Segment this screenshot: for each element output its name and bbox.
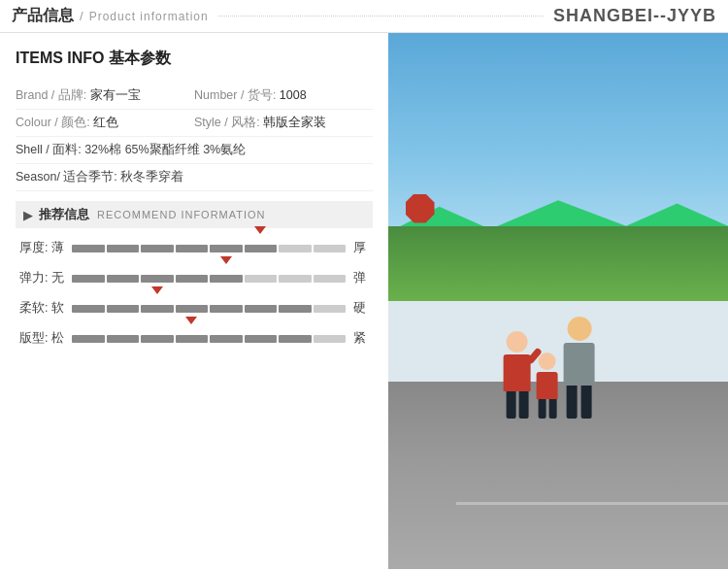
info-row-brand-number: Brand / 品牌: 家有一宝 Number / 货号: 1008 <box>16 83 373 110</box>
number-label: Number / 货号: <box>194 88 280 102</box>
slider-segment-2-1 <box>107 305 140 313</box>
slider-segment-2-7 <box>314 305 347 313</box>
slider-indicator-0 <box>254 226 266 234</box>
slider-label-right-0: 厚 <box>353 240 373 256</box>
header-brand: SHANGBEI--JYYB <box>553 6 716 26</box>
slider-segment-0-7 <box>314 245 347 252</box>
sliders-container: 厚度: 薄厚弹力: 无弹柔软: 软硬版型: 松紧 <box>16 240 373 347</box>
slider-segment-1-0 <box>72 275 105 283</box>
photo <box>388 33 728 569</box>
slider-segment-0-0 <box>72 245 105 252</box>
slider-track-0 <box>72 245 346 252</box>
slider-track-1 <box>72 275 346 283</box>
slider-track-container-0 <box>72 242 346 255</box>
info-row-season: Season/ 适合季节: 秋冬季穿着 <box>16 164 373 191</box>
recommend-header: ▶ 推荐信息 RECOMMEND INFORMATION <box>16 201 373 228</box>
number-value: 1008 <box>280 88 307 102</box>
slider-segment-0-4 <box>210 245 243 252</box>
section-title: ITEMS INFO 基本参数 <box>16 49 373 69</box>
slider-segment-0-3 <box>176 245 209 252</box>
slider-segment-1-4 <box>210 275 243 283</box>
info-colour: Colour / 颜色: 红色 <box>16 115 194 131</box>
shell-label: Shell / 面料: <box>16 143 84 156</box>
style-label: Style / 风格: <box>194 116 263 129</box>
info-brand: Brand / 品牌: 家有一宝 <box>16 87 194 104</box>
right-panel-image <box>388 33 728 569</box>
slider-segment-3-3 <box>176 335 209 343</box>
slider-segment-3-5 <box>245 335 278 343</box>
recommend-title-en: RECOMMEND INFORMATION <box>97 209 266 220</box>
slider-track-container-2 <box>72 302 346 316</box>
slider-segment-2-5 <box>245 305 278 313</box>
colour-value: 红色 <box>93 116 118 129</box>
slider-label-right-2: 硬 <box>353 300 373 317</box>
recommend-title-cn: 推荐信息 <box>39 206 89 223</box>
header-title-en: Product information <box>89 10 209 23</box>
info-row-colour-style: Colour / 颜色: 红色 Style / 风格: 韩版全家装 <box>16 110 373 137</box>
slider-segment-3-7 <box>314 335 347 343</box>
main-content: ITEMS INFO 基本参数 Brand / 品牌: 家有一宝 Number … <box>0 33 728 569</box>
slider-segment-2-0 <box>72 305 105 313</box>
slider-segment-0-1 <box>107 245 140 252</box>
slider-track-container-3 <box>72 332 346 346</box>
greenery-bg <box>388 226 728 301</box>
slider-segment-1-1 <box>107 275 140 283</box>
slider-indicator-3 <box>185 317 197 324</box>
slider-label-left-0: 厚度: 薄 <box>16 240 64 256</box>
recommend-arrow-icon: ▶ <box>23 208 33 222</box>
slider-track-2 <box>72 305 346 313</box>
brand-label: Brand / 品牌: <box>16 88 90 102</box>
slider-segment-1-3 <box>176 275 209 283</box>
slider-track-container-1 <box>72 272 346 286</box>
slider-row-3: 版型: 松紧 <box>16 330 373 347</box>
slider-segment-2-2 <box>141 305 174 313</box>
header-separator: / <box>80 9 83 23</box>
slider-row-1: 弹力: 无弹 <box>16 270 373 286</box>
slider-segment-3-0 <box>72 335 105 343</box>
stop-sign <box>406 194 435 223</box>
colour-label: Colour / 颜色: <box>16 116 93 129</box>
info-row-shell: Shell / 面料: 32%棉 65%聚酯纤维 3%氨纶 <box>16 137 373 164</box>
page-header: 产品信息 / Product information SHANGBEI--JYY… <box>0 0 728 33</box>
slider-segment-3-1 <box>107 335 140 343</box>
slider-label-right-3: 紧 <box>353 330 373 347</box>
road-stripe <box>456 502 728 505</box>
slider-segment-3-6 <box>279 335 312 343</box>
slider-segment-0-2 <box>141 245 174 252</box>
slider-segment-1-7 <box>314 275 347 283</box>
slider-row-2: 柔软: 软硬 <box>16 300 373 317</box>
slider-indicator-1 <box>220 256 232 264</box>
season-value: 秋冬季穿着 <box>120 170 183 184</box>
mom-figure <box>504 331 531 419</box>
info-style: Style / 风格: 韩版全家装 <box>194 115 373 131</box>
slider-segment-3-4 <box>210 335 243 343</box>
slider-row-0: 厚度: 薄厚 <box>16 240 373 256</box>
header-dots <box>218 16 544 17</box>
slider-segment-2-6 <box>279 305 312 313</box>
slider-label-left-3: 版型: 松 <box>16 330 64 347</box>
header-left: 产品信息 / Product information <box>12 6 209 26</box>
slider-track-3 <box>72 335 346 343</box>
slider-segment-1-5 <box>245 275 278 283</box>
slider-label-left-2: 柔软: 软 <box>16 300 64 317</box>
slider-segment-1-6 <box>279 275 312 283</box>
info-number: Number / 货号: 1008 <box>194 87 373 104</box>
slider-segment-3-2 <box>141 335 174 343</box>
left-panel: ITEMS INFO 基本参数 Brand / 品牌: 家有一宝 Number … <box>0 33 388 569</box>
slider-segment-0-6 <box>279 245 312 252</box>
slider-label-right-1: 弹 <box>353 270 373 286</box>
shell-value: 32%棉 65%聚酯纤维 3%氨纶 <box>84 143 246 156</box>
slider-label-left-1: 弹力: 无 <box>16 270 64 286</box>
slider-segment-1-2 <box>141 275 174 283</box>
season-label: Season/ 适合季节: <box>16 170 120 184</box>
brand-value: 家有一宝 <box>90 88 141 102</box>
slider-indicator-2 <box>151 286 163 294</box>
info-table: Brand / 品牌: 家有一宝 Number / 货号: 1008 Colou… <box>16 83 373 191</box>
header-title-cn: 产品信息 <box>12 6 74 26</box>
dad-figure <box>564 317 595 419</box>
kid-figure <box>537 353 558 419</box>
style-value: 韩版全家装 <box>263 116 326 129</box>
slider-segment-0-5 <box>245 245 278 252</box>
slider-segment-2-3 <box>176 305 209 313</box>
slider-segment-2-4 <box>210 305 243 313</box>
